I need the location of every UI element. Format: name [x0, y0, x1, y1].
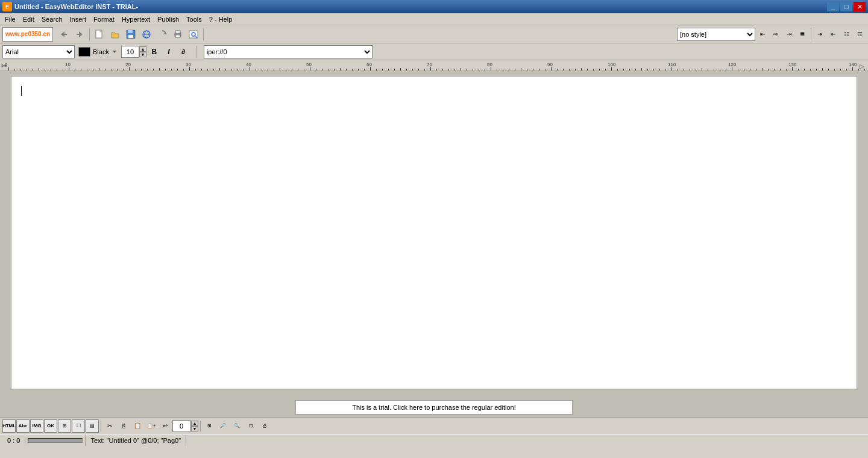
- undo-up[interactable]: ▲: [191, 421, 198, 426]
- new-button[interactable]: [92, 27, 107, 42]
- menu-hypertext[interactable]: Hypertext: [118, 13, 154, 25]
- menu-search[interactable]: Search: [38, 13, 66, 25]
- svg-marker-2: [79, 31, 83, 37]
- save-button[interactable]: [124, 27, 138, 42]
- editor-page[interactable]: [11, 76, 857, 389]
- checkbox-btn[interactable]: ☐: [72, 419, 85, 433]
- color-area: Black: [78, 47, 118, 57]
- undo-btn[interactable]: ↩: [159, 419, 172, 433]
- sep2: [203, 28, 204, 40]
- mini-scrollbar[interactable]: [28, 438, 83, 443]
- special-button[interactable]: ∂: [177, 45, 190, 58]
- table-btn[interactable]: ⊞: [203, 419, 216, 433]
- close-button[interactable]: ✕: [854, 2, 866, 11]
- copy-btn[interactable]: ⎘: [117, 419, 130, 433]
- export-btn[interactable]: ⊡: [244, 419, 257, 433]
- italic-button[interactable]: I: [162, 45, 175, 58]
- indent-button[interactable]: ⇥: [814, 28, 826, 40]
- print-button[interactable]: [171, 27, 185, 42]
- font-family-dropdown[interactable]: Arial: [2, 45, 75, 58]
- menu-file[interactable]: File: [1, 13, 19, 25]
- trial-area: This is a trial. Click here to purchase …: [0, 398, 868, 417]
- text-info-section: Text: "Untitled 0" @0/0; "Pag0": [86, 434, 186, 446]
- text-info: Text: "Untitled 0" @0/0; "Pag0": [90, 437, 181, 444]
- web-button[interactable]: [139, 27, 154, 42]
- menu-edit[interactable]: Edit: [19, 13, 38, 25]
- align-justify-button[interactable]: ≣: [796, 28, 808, 40]
- main-container: File Edit Search Insert Format Hypertext…: [0, 13, 868, 446]
- maximize-button[interactable]: □: [840, 2, 852, 11]
- trial-message: This is a trial. Click here to purchase …: [352, 404, 515, 411]
- back-button[interactable]: [57, 27, 71, 42]
- logo-area: www.pc0350.cn: [2, 27, 53, 42]
- toolbar1: www.pc0350.cn: [0, 25, 868, 43]
- menu-help[interactable]: ? - Help: [206, 13, 236, 25]
- svg-marker-0: [61, 31, 64, 37]
- position-section: 0 : 0: [2, 434, 25, 446]
- paste-special-btn[interactable]: 📋+: [145, 419, 158, 433]
- svg-marker-19: [113, 51, 116, 53]
- list-unordered-button[interactable]: ☶: [854, 28, 866, 40]
- open-button[interactable]: [108, 27, 122, 42]
- ok-btn[interactable]: OK: [44, 419, 57, 433]
- menu-format[interactable]: Format: [90, 13, 118, 25]
- svg-marker-12: [163, 33, 167, 34]
- title-text: Untitled - EasyWebEditor INST - TRIAL-: [14, 3, 138, 10]
- print2-btn[interactable]: 🖨: [258, 419, 271, 433]
- icon-btn[interactable]: ▤: [86, 419, 99, 433]
- html-btn[interactable]: HTML: [2, 419, 16, 433]
- undo-down[interactable]: ▼: [191, 426, 198, 431]
- undo-count-input[interactable]: [172, 420, 190, 432]
- outdent-button[interactable]: ⇤: [827, 28, 839, 40]
- title-bar-controls: _ □ ✕: [827, 2, 866, 11]
- color-label: Black: [93, 48, 109, 55]
- menu-tools[interactable]: Tools: [183, 13, 206, 25]
- preview-button[interactable]: [186, 27, 201, 42]
- font-size-area: ▲ ▼: [121, 46, 146, 58]
- editor-cursor: [21, 86, 22, 96]
- menu-bar: File Edit Search Insert Format Hypertext…: [0, 13, 868, 25]
- tag-btn[interactable]: ⊞: [58, 419, 71, 433]
- app-icon: E: [2, 2, 12, 11]
- trial-bar[interactable]: This is a trial. Click here to purchase …: [295, 400, 573, 415]
- list-ordered-button[interactable]: ☷: [840, 28, 852, 40]
- menu-insert[interactable]: Insert: [66, 13, 90, 25]
- forward-button[interactable]: [72, 27, 87, 42]
- zoom-out-btn[interactable]: 🔍: [230, 419, 244, 433]
- refresh-button[interactable]: [155, 27, 169, 42]
- cut-btn[interactable]: ✂: [103, 419, 116, 433]
- zoom-in-btn[interactable]: 🔎: [216, 419, 230, 433]
- style-dropdown[interactable]: [no style]: [677, 28, 755, 41]
- font-size-down[interactable]: ▼: [139, 52, 146, 57]
- svg-rect-15: [175, 35, 180, 37]
- ruler-canvas: [0, 60, 868, 71]
- font-size-up[interactable]: ▲: [139, 46, 146, 52]
- sep4: [196, 46, 197, 58]
- font-size-input[interactable]: [121, 46, 139, 58]
- align-left-button[interactable]: ⇤: [756, 28, 769, 40]
- url-dropdown[interactable]: iper://0: [204, 45, 373, 58]
- sep1: [89, 28, 90, 40]
- align-right-button[interactable]: ⇥: [783, 28, 795, 40]
- svg-rect-3: [77, 34, 79, 35]
- paste-btn[interactable]: 📋: [131, 419, 144, 433]
- style-area: [no style] ⇤ ⇨ ⇥ ≣ ⇥ ⇤ ☷ ☶: [677, 28, 866, 41]
- position-text: 0 : 0: [7, 437, 20, 444]
- status-bar: 0 : 0 Text: "Untitled 0" @0/0; "Pag0": [0, 434, 868, 446]
- img-btn[interactable]: IMG: [30, 419, 43, 433]
- color-picker-box[interactable]: [78, 47, 90, 57]
- sep3: [811, 28, 811, 40]
- svg-rect-7: [128, 30, 133, 33]
- bottom-toolbar: HTML Abc IMG OK ⊞ ☐ ▤ ✂ ⎘ 📋 📋+ ↩ ▲ ▼ ⊞ 🔎…: [0, 417, 868, 434]
- align-center-button[interactable]: ⇨: [770, 28, 782, 40]
- ruler: [0, 60, 868, 71]
- editor-wrapper[interactable]: [0, 71, 868, 398]
- toolbar2: Arial Black ▲ ▼ B I ∂ iper://0: [0, 43, 868, 60]
- bold-button[interactable]: B: [148, 45, 161, 58]
- minimize-button[interactable]: _: [827, 2, 839, 11]
- menu-publish[interactable]: Publish: [154, 13, 183, 25]
- color-dropdown-arrow[interactable]: [112, 49, 118, 55]
- bottom-sep1: [101, 421, 101, 431]
- font-size-spinner: ▲ ▼: [139, 46, 146, 57]
- text-btn[interactable]: Abc: [16, 419, 30, 433]
